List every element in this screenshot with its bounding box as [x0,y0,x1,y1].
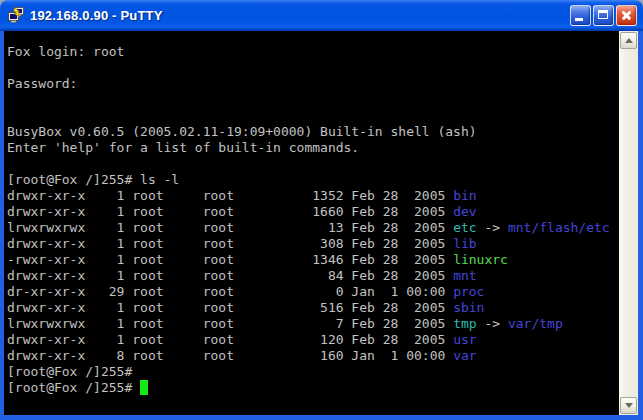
terminal-text-segment: drwxr-xr-x 8 root root 160 Jan 1 00:00 [7,348,453,363]
terminal-text-segment: drwxr-xr-x 1 root root 308 Feb 28 2005 [7,236,453,251]
terminal-text-segment: etc [453,220,476,235]
terminal-text-segment: mnt [453,268,476,283]
close-button[interactable] [616,5,637,26]
terminal-text-segment: lib [453,236,476,251]
terminal-text-segment: proc [453,284,484,299]
terminal-text-segment: var [453,348,476,363]
terminal-line: Fox login: root [7,44,619,60]
terminal-text-segment: -> [477,316,508,331]
window-title: 192.168.0.90 - PuTTY [30,8,570,23]
terminal-text-segment: drwxr-xr-x 1 root root 1660 Feb 28 2005 [7,204,453,219]
terminal-line: drwxr-xr-x 1 root root 1352 Feb 28 2005 … [7,188,619,204]
terminal-line: Password: [7,76,619,92]
terminal-line: lrwxrwxrwx 1 root root 7 Feb 28 2005 tmp… [7,316,619,332]
terminal-text-segment: Fox login: root [7,44,124,59]
terminal-line: [root@Fox /]255# [7,364,619,380]
terminal-text-segment: Enter 'help' for a list of built-in comm… [7,140,359,155]
terminal-line [7,60,619,76]
terminal-text-segment: usr [453,332,476,347]
minimize-icon [575,18,583,21]
terminal-text-segment: drwxr-xr-x 1 root root 516 Feb 28 2005 [7,300,453,315]
terminal-line [7,92,619,108]
window-body: Fox login: rootPassword:BusyBox v0.60.5 … [0,31,643,420]
minimize-button[interactable] [570,5,591,26]
terminal-text-segment: -> [477,220,508,235]
putty-app-icon [7,7,25,24]
terminal-line: drwxr-xr-x 1 root root 1660 Feb 28 2005 … [7,204,619,220]
terminal-text-segment: linuxrc [453,252,508,267]
terminal-line: BusyBox v0.60.5 (2005.02.11-19:09+0000) … [7,124,619,140]
titlebar[interactable]: 192.168.0.90 - PuTTY [0,0,643,31]
terminal-line: [root@Fox /]255# [7,380,619,396]
terminal-text-segment: BusyBox v0.60.5 (2005.02.11-19:09+0000) … [7,124,477,139]
terminal-line [7,108,619,124]
terminal-text-segment: drwxr-xr-x 1 root root 84 Feb 28 2005 [7,268,453,283]
terminal-screen[interactable]: Fox login: rootPassword:BusyBox v0.60.5 … [4,31,619,415]
terminal-text-segment: sbin [453,300,484,315]
terminal-line: [root@Fox /]255# ls -l [7,172,619,188]
terminal-text-segment: mnt/flash/etc [508,220,610,235]
terminal-text-segment: [root@Fox /]255# [7,380,140,395]
window-controls [570,5,637,26]
terminal-line: drwxr-xr-x 1 root root 308 Feb 28 2005 l… [7,236,619,252]
terminal-line: drwxr-xr-x 1 root root 84 Feb 28 2005 mn… [7,268,619,284]
terminal-line: drwxr-xr-x 1 root root 516 Feb 28 2005 s… [7,300,619,316]
maximize-button[interactable] [593,5,614,26]
terminal-line: lrwxrwxrwx 1 root root 13 Feb 28 2005 et… [7,220,619,236]
terminal-line [7,156,619,172]
terminal-line: drwxr-xr-x 8 root root 160 Jan 1 00:00 v… [7,348,619,364]
terminal-text-segment: tmp [453,316,476,331]
chevron-up-icon [625,38,633,43]
terminal-text-segment: -rwxr-xr-x 1 root root 1346 Feb 28 2005 [7,252,453,267]
terminal-text-segment: dr-xr-xr-x 29 root root 0 Jan 1 00:00 [7,284,453,299]
scrollbar[interactable] [619,31,638,415]
scroll-up-button[interactable] [620,32,637,49]
maximize-icon [598,10,608,19]
terminal-text-segment: [root@Fox /]255# ls -l [7,172,179,187]
close-icon [620,9,633,22]
putty-window: 192.168.0.90 - PuTTY Fox login: rootPass… [0,0,643,420]
terminal-text-segment: dev [453,204,476,219]
terminal-line: drwxr-xr-x 1 root root 120 Feb 28 2005 u… [7,332,619,348]
terminal-text-segment: drwxr-xr-x 1 root root 120 Feb 28 2005 [7,332,453,347]
terminal-text-segment: [root@Fox /]255# [7,364,132,379]
terminal-text-segment: Password: [7,76,77,91]
terminal-lines: Fox login: rootPassword:BusyBox v0.60.5 … [7,44,619,396]
scrollbar-track[interactable] [619,50,638,396]
terminal-cursor [140,380,148,395]
terminal-text-segment: var/tmp [508,316,563,331]
terminal-line: dr-xr-xr-x 29 root root 0 Jan 1 00:00 pr… [7,284,619,300]
terminal-text-segment: lrwxrwxrwx 1 root root 13 Feb 28 2005 [7,220,453,235]
terminal-text-segment: drwxr-xr-x 1 root root 1352 Feb 28 2005 [7,188,453,203]
terminal-line: -rwxr-xr-x 1 root root 1346 Feb 28 2005 … [7,252,619,268]
terminal-text-segment: lrwxrwxrwx 1 root root 7 Feb 28 2005 [7,316,453,331]
terminal-line: Enter 'help' for a list of built-in comm… [7,140,619,156]
chevron-down-icon [625,403,633,408]
terminal-text-segment: bin [453,188,476,203]
scroll-down-button[interactable] [620,397,637,414]
